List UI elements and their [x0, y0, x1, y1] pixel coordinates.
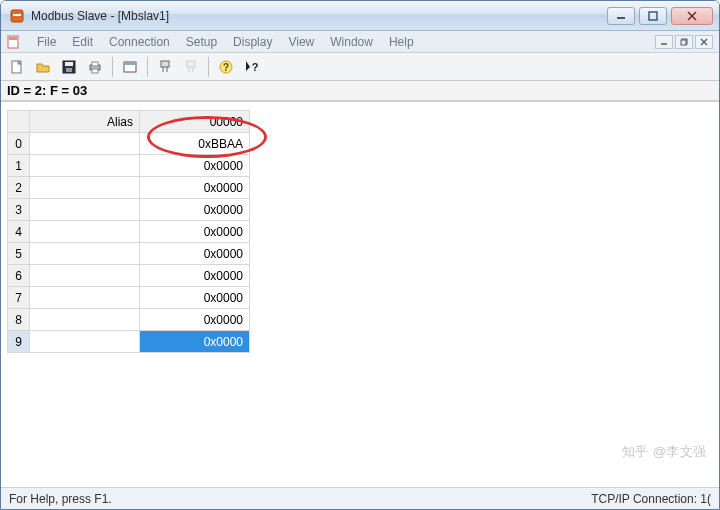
- table-row[interactable]: 80x0000: [8, 309, 250, 331]
- toolbar-separator: [112, 57, 113, 77]
- value-cell[interactable]: 0x0000: [140, 265, 250, 287]
- table-row[interactable]: 60x0000: [8, 265, 250, 287]
- svg-rect-1: [13, 14, 21, 16]
- svg-text:?: ?: [252, 61, 259, 73]
- save-button[interactable]: [57, 56, 81, 78]
- svg-rect-7: [9, 37, 17, 40]
- svg-rect-19: [92, 62, 98, 66]
- alias-cell[interactable]: [30, 265, 140, 287]
- titlebar: Modbus Slave - [Mbslav1]: [1, 1, 719, 31]
- row-index[interactable]: 9: [8, 331, 30, 353]
- status-help-text: For Help, press F1.: [9, 492, 112, 506]
- alias-cell[interactable]: [30, 309, 140, 331]
- mdi-minimize-button[interactable]: [655, 35, 673, 49]
- row-index[interactable]: 2: [8, 177, 30, 199]
- alias-cell[interactable]: [30, 155, 140, 177]
- menu-connection[interactable]: Connection: [101, 33, 178, 51]
- mdi-controls: [655, 35, 713, 49]
- corner-cell: [8, 111, 30, 133]
- table-row[interactable]: 10x0000: [8, 155, 250, 177]
- svg-rect-17: [66, 68, 72, 72]
- toolbar-separator: [208, 57, 209, 77]
- watermark: 知乎 @李文强: [622, 443, 707, 461]
- alias-cell[interactable]: [30, 133, 140, 155]
- alias-cell[interactable]: [30, 177, 140, 199]
- menu-file[interactable]: File: [29, 33, 64, 51]
- alias-cell[interactable]: [30, 243, 140, 265]
- table-row[interactable]: 00xBBAA: [8, 133, 250, 155]
- value-cell[interactable]: 0x0000: [140, 177, 250, 199]
- alias-cell[interactable]: [30, 287, 140, 309]
- toolbar-separator: [147, 57, 148, 77]
- value-cell[interactable]: 0x0000: [140, 155, 250, 177]
- menu-window[interactable]: Window: [322, 33, 381, 51]
- row-index[interactable]: 6: [8, 265, 30, 287]
- client-area: Alias 00000 00xBBAA10x000020x000030x0000…: [1, 101, 719, 487]
- new-button[interactable]: [5, 56, 29, 78]
- menu-edit[interactable]: Edit: [64, 33, 101, 51]
- svg-rect-16: [65, 62, 73, 66]
- value-cell[interactable]: 0x0000: [140, 287, 250, 309]
- row-index[interactable]: 4: [8, 221, 30, 243]
- svg-rect-22: [124, 62, 136, 65]
- toolbar: ? ?: [1, 53, 719, 81]
- menu-setup[interactable]: Setup: [178, 33, 225, 51]
- window-title: Modbus Slave - [Mbslav1]: [31, 9, 169, 23]
- doc-icon: [5, 33, 23, 51]
- statusbar: For Help, press F1. TCP/IP Connection: 1…: [1, 487, 719, 509]
- value-cell[interactable]: 0x0000: [140, 221, 250, 243]
- table-row[interactable]: 90x0000: [8, 331, 250, 353]
- mdi-restore-button[interactable]: [675, 35, 693, 49]
- menu-display[interactable]: Display: [225, 33, 280, 51]
- svg-text:?: ?: [223, 62, 229, 73]
- table-row[interactable]: 20x0000: [8, 177, 250, 199]
- status-connection-text: TCP/IP Connection: 1(: [591, 492, 711, 506]
- value-cell[interactable]: 0x0000: [140, 199, 250, 221]
- table-row[interactable]: 30x0000: [8, 199, 250, 221]
- id-function-line: ID = 2: F = 03: [1, 81, 719, 101]
- register-table[interactable]: Alias 00000 00xBBAA10x000020x000030x0000…: [7, 110, 250, 353]
- row-index[interactable]: 1: [8, 155, 30, 177]
- svg-rect-23: [161, 61, 169, 67]
- alias-cell[interactable]: [30, 199, 140, 221]
- app-icon: [9, 8, 25, 24]
- row-index[interactable]: 8: [8, 309, 30, 331]
- row-index[interactable]: 3: [8, 199, 30, 221]
- menubar: File Edit Connection Setup Display View …: [1, 31, 719, 53]
- close-button[interactable]: [671, 7, 713, 25]
- value-cell[interactable]: 0x0000: [140, 331, 250, 353]
- open-button[interactable]: [31, 56, 55, 78]
- svg-rect-26: [187, 61, 195, 67]
- row-index[interactable]: 7: [8, 287, 30, 309]
- table-row[interactable]: 50x0000: [8, 243, 250, 265]
- window-controls: [607, 7, 713, 25]
- value-cell[interactable]: 0xBBAA: [140, 133, 250, 155]
- minimize-button[interactable]: [607, 7, 635, 25]
- row-index[interactable]: 5: [8, 243, 30, 265]
- main-window: Modbus Slave - [Mbslav1] File Edit Conne…: [0, 0, 720, 510]
- row-index[interactable]: 0: [8, 133, 30, 155]
- table-row[interactable]: 40x0000: [8, 221, 250, 243]
- alias-cell[interactable]: [30, 221, 140, 243]
- help-button[interactable]: ?: [214, 56, 238, 78]
- window-tool-button[interactable]: [118, 56, 142, 78]
- table-header-row: Alias 00000: [8, 111, 250, 133]
- value-cell[interactable]: 0x0000: [140, 309, 250, 331]
- menu-help[interactable]: Help: [381, 33, 422, 51]
- context-help-button[interactable]: ?: [240, 56, 264, 78]
- mdi-close-button[interactable]: [695, 35, 713, 49]
- menu-view[interactable]: View: [280, 33, 322, 51]
- header-alias[interactable]: Alias: [30, 111, 140, 133]
- header-value[interactable]: 00000: [140, 111, 250, 133]
- disconnect-button[interactable]: [179, 56, 203, 78]
- alias-cell[interactable]: [30, 331, 140, 353]
- print-button[interactable]: [83, 56, 107, 78]
- maximize-button[interactable]: [639, 7, 667, 25]
- connect-button[interactable]: [153, 56, 177, 78]
- svg-rect-20: [92, 69, 98, 73]
- table-row[interactable]: 70x0000: [8, 287, 250, 309]
- svg-rect-3: [649, 12, 657, 20]
- value-cell[interactable]: 0x0000: [140, 243, 250, 265]
- svg-rect-10: [681, 40, 686, 45]
